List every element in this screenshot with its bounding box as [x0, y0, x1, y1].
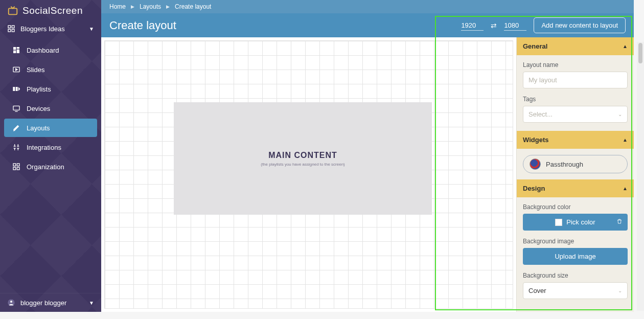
chevron-right-icon: ▶ [131, 4, 134, 9]
svg-rect-16 [17, 167, 19, 170]
sidebar-item-label: Dashboard [27, 47, 59, 54]
layout-canvas[interactable]: MAIN CONTENT (the playlists you have ass… [104, 40, 513, 309]
svg-rect-14 [17, 164, 19, 166]
svg-rect-8 [13, 51, 16, 53]
sidebar-item-label: Integrations [27, 144, 61, 151]
section-title: General [523, 42, 547, 50]
width-input[interactable] [461, 20, 484, 31]
properties-panel: General ▲ Layout name Tags Select... ⌄ [516, 37, 634, 312]
user-icon [7, 299, 15, 307]
upload-image-label: Upload image [555, 253, 595, 260]
grid-icon [7, 25, 15, 33]
layout-name-label: Layout name [523, 61, 628, 69]
user-menu[interactable]: blogger blogger ▼ [0, 293, 101, 312]
sidebar: SocialScreen Bloggers Ideas ▼ Dashboard [0, 0, 101, 312]
bg-image-label: Background image [523, 238, 628, 245]
svg-rect-10 [13, 87, 15, 91]
svg-rect-2 [12, 26, 14, 28]
tags-select[interactable]: Select... ⌄ [523, 106, 628, 123]
chevron-down-icon: ⌄ [618, 111, 622, 117]
integrations-icon [12, 143, 20, 151]
svg-rect-6 [17, 47, 19, 49]
trash-icon[interactable] [616, 218, 623, 226]
section-header-general[interactable]: General ▲ [517, 37, 634, 55]
sidebar-item-layouts[interactable]: Layouts [4, 119, 97, 137]
layout-canvas-wrap: MAIN CONTENT (the playlists you have ass… [101, 37, 516, 312]
breadcrumb-link[interactable]: Home [109, 3, 126, 10]
section-title: Widgets [523, 136, 548, 144]
breadcrumb-current: Create layout [175, 3, 211, 10]
chevron-down-icon: ▼ [89, 26, 94, 32]
slides-icon [12, 65, 20, 74]
svg-rect-15 [13, 167, 16, 170]
sidebar-nav: Dashboard Slides Playlists Devices [0, 38, 101, 177]
page-title: Create layout [109, 19, 454, 32]
sidebar-item-devices[interactable]: Devices [4, 99, 97, 118]
svg-rect-13 [13, 164, 16, 166]
main-content-title: MAIN CONTENT [268, 151, 337, 160]
swap-icon[interactable]: ⇄ [491, 21, 497, 30]
sidebar-item-label: Slides [27, 66, 44, 74]
layouts-icon [12, 124, 20, 132]
add-content-button[interactable]: Add new content to layout [534, 17, 626, 33]
color-swatch-icon [555, 219, 562, 226]
sidebar-item-integrations[interactable]: Integrations [4, 138, 97, 156]
scrollbar[interactable] [637, 42, 644, 311]
svg-rect-4 [12, 29, 14, 32]
brand-name: SocialScreen [22, 5, 83, 16]
breadcrumb: Home ▶ Layouts ▶ Create layout [101, 0, 634, 13]
topbar: Create layout ⇄ Add new content to layou… [101, 13, 634, 37]
svg-rect-12 [13, 106, 19, 110]
section-title: Design [523, 185, 545, 192]
main-content-zone[interactable]: MAIN CONTENT (the playlists you have ass… [174, 102, 432, 215]
svg-rect-11 [16, 87, 18, 91]
chevron-down-icon: ▼ [89, 300, 94, 306]
chevron-down-icon: ⌄ [618, 288, 622, 293]
playlists-icon [12, 85, 20, 93]
tv-icon [7, 5, 18, 16]
org-selector[interactable]: Bloggers Ideas ▼ [0, 19, 101, 38]
bg-size-select[interactable]: Cover ⌄ [523, 282, 628, 299]
dashboard-icon [12, 46, 20, 54]
sidebar-item-label: Layouts [27, 124, 50, 132]
widget-label: Passthrough [546, 161, 583, 168]
upload-image-button[interactable]: Upload image [523, 248, 628, 265]
pick-color-label: Pick color [566, 218, 595, 226]
chevron-up-icon: ▲ [623, 186, 628, 191]
sidebar-item-slides[interactable]: Slides [4, 60, 97, 79]
user-name: blogger blogger [20, 299, 66, 307]
main-content-subtitle: (the playlists you have assigned to the … [261, 162, 345, 167]
svg-point-18 [10, 301, 12, 303]
sidebar-item-label: Playlists [27, 85, 51, 93]
chevron-up-icon: ▲ [623, 137, 628, 143]
org-name: Bloggers Ideas [20, 25, 65, 33]
chevron-up-icon: ▲ [623, 43, 628, 49]
height-input[interactable] [504, 20, 526, 31]
svg-rect-7 [17, 50, 19, 53]
layout-name-input[interactable] [523, 72, 628, 88]
devices-icon [12, 104, 20, 112]
section-header-widgets[interactable]: Widgets ▲ [517, 131, 634, 149]
organization-icon [12, 163, 20, 171]
pick-color-button[interactable]: Pick color [523, 214, 628, 231]
widget-passthrough[interactable]: Passthrough [523, 155, 628, 173]
tags-placeholder: Select... [528, 110, 553, 118]
passthrough-icon [530, 158, 541, 170]
brand-logo[interactable]: SocialScreen [0, 0, 101, 19]
sidebar-item-organization[interactable]: Organization [4, 157, 97, 176]
tags-label: Tags [523, 96, 628, 103]
chevron-right-icon: ▶ [166, 4, 170, 9]
sidebar-item-label: Devices [27, 105, 50, 112]
svg-rect-5 [13, 47, 16, 50]
main-area: Home ▶ Layouts ▶ Create layout Create la… [101, 0, 634, 312]
bg-size-label: Background size [523, 272, 628, 279]
breadcrumb-link[interactable]: Layouts [140, 3, 161, 10]
bg-color-label: Background color [523, 203, 628, 211]
sidebar-item-dashboard[interactable]: Dashboard [4, 41, 97, 59]
bg-size-value: Cover [528, 287, 546, 294]
svg-rect-0 [9, 8, 17, 14]
sidebar-item-playlists[interactable]: Playlists [4, 80, 97, 98]
sidebar-item-label: Organization [27, 163, 64, 171]
svg-rect-1 [8, 26, 11, 28]
section-header-design[interactable]: Design ▲ [517, 179, 634, 197]
